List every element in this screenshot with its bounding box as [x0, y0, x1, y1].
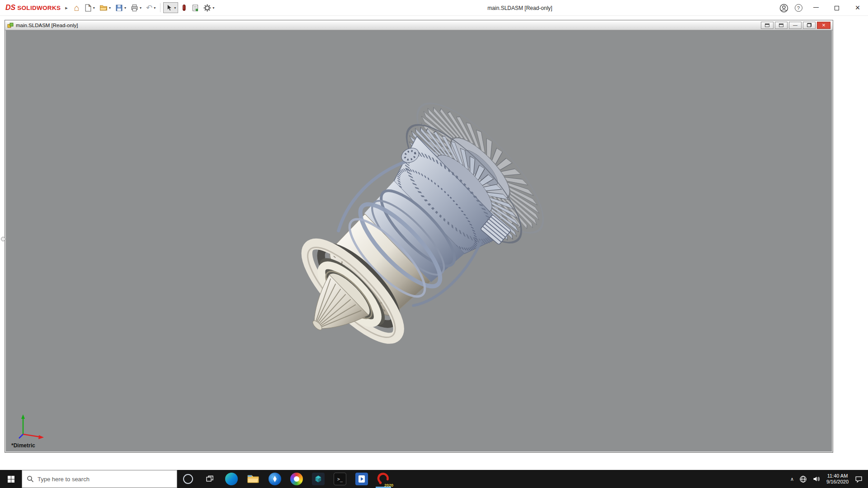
search-input[interactable] — [38, 476, 172, 483]
taskbar-file-explorer-icon[interactable] — [242, 470, 264, 488]
help-icon: ? — [795, 4, 802, 12]
orientation-triad — [16, 413, 48, 441]
system-tray: ∧ 11:40 AM 9/16/2020 — [788, 470, 868, 488]
minimize-button[interactable]: — — [806, 0, 826, 16]
taskbar-terminal-icon[interactable]: >_ — [329, 470, 351, 488]
taskbar: >_ 2020 ∧ — [0, 470, 868, 488]
doc-tile-button[interactable] — [775, 22, 788, 29]
task-view-icon — [206, 475, 214, 483]
save-icon — [115, 4, 123, 12]
help-button[interactable]: ? — [791, 0, 806, 16]
volume-button[interactable] — [810, 470, 823, 488]
taskbar-compass-app-icon[interactable] — [264, 470, 286, 488]
graphics-viewport[interactable]: *Dimetric — [6, 30, 832, 451]
app-window-controls: ? — × — [777, 0, 868, 16]
media-player-icon — [355, 473, 368, 485]
new-document-button[interactable]: ▾ — [82, 1, 97, 14]
save-dropdown-icon[interactable]: ▾ — [124, 6, 126, 10]
doc-minimize-icon: — — [793, 23, 797, 28]
search-icon — [27, 475, 34, 483]
close-button[interactable]: × — [847, 0, 868, 16]
options-dropdown-icon[interactable]: ▾ — [212, 6, 214, 10]
print-dropdown-icon[interactable]: ▾ — [140, 6, 142, 10]
appearance-icon — [181, 4, 187, 12]
network-globe-icon — [799, 475, 807, 483]
workspace: main.SLDASM [Read-only] — × — [0, 16, 868, 470]
undo-button[interactable]: ↶ ▾ — [144, 1, 157, 14]
action-center-button[interactable] — [852, 470, 865, 488]
design-table-button[interactable] — [190, 1, 201, 14]
doc-close-icon: × — [822, 22, 826, 28]
clock-date: 9/16/2020 — [826, 479, 849, 485]
taskbar-clock[interactable]: 11:40 AM 9/16/2020 — [823, 473, 852, 485]
dassault-logo-icon: DS — [5, 4, 15, 12]
file-explorer-icon — [247, 474, 259, 484]
cube-glyph-icon — [314, 474, 323, 483]
home-button[interactable]: ⌂ — [72, 1, 81, 14]
appearance-button[interactable] — [179, 1, 189, 14]
color-wheel-icon — [290, 473, 303, 485]
print-button[interactable]: ▾ — [129, 1, 143, 14]
network-button[interactable] — [797, 470, 810, 488]
chevron-up-icon: ∧ — [790, 476, 794, 482]
main-toolbar: ⌂ ▾ ▾ ▾ — [72, 1, 216, 14]
tile-window-icon — [779, 23, 783, 27]
maximize-button[interactable] — [826, 0, 847, 16]
select-tool-button[interactable]: ▾ — [163, 2, 178, 13]
document-window: main.SLDASM [Read-only] — × — [5, 20, 833, 453]
home-icon: ⌂ — [74, 3, 80, 12]
select-dropdown-icon[interactable]: ▾ — [174, 6, 176, 10]
edge-browser-icon — [225, 473, 238, 485]
cortana-icon — [183, 474, 193, 484]
account-button[interactable] — [777, 0, 791, 16]
document-titlebar[interactable]: main.SLDASM [Read-only] — × — [5, 20, 833, 30]
undo-dropdown-icon[interactable]: ▾ — [154, 6, 156, 10]
jet-engine-model — [6, 30, 832, 451]
taskbar-edge-icon[interactable] — [221, 470, 242, 488]
terminal-icon: >_ — [334, 473, 346, 485]
windows-logo-icon — [7, 475, 15, 483]
menu-expand-arrow-icon[interactable]: ▸ — [65, 5, 68, 11]
app-titlebar: DS SOLIDWORKS ▸ ⌂ ▾ ▾ ▾ — [0, 0, 868, 16]
document-title: main.SLDASM [Read-only] — [16, 23, 78, 28]
undo-icon: ↶ — [146, 4, 152, 12]
document-window-controls: — × — [760, 22, 830, 29]
print-icon — [131, 4, 138, 12]
gear-icon — [203, 4, 211, 12]
action-center-icon — [855, 475, 863, 483]
cascade-window-icon — [765, 23, 769, 27]
taskbar-media-app-icon[interactable] — [351, 470, 373, 488]
maximize-icon — [835, 6, 839, 10]
cortana-button[interactable] — [177, 470, 199, 488]
doc-restore-button[interactable] — [803, 22, 816, 29]
cube-icon — [312, 473, 325, 485]
open-folder-icon — [99, 4, 108, 12]
design-table-icon — [192, 4, 199, 12]
brand-name: SOLIDWORKS — [17, 5, 61, 11]
clock-time: 11:40 AM — [827, 473, 848, 479]
task-view-button[interactable] — [199, 470, 221, 488]
doc-minimize-button[interactable]: — — [789, 22, 802, 29]
save-button[interactable]: ▾ — [113, 1, 128, 14]
speaker-icon — [812, 475, 820, 483]
open-button[interactable]: ▾ — [98, 1, 113, 14]
close-icon: × — [855, 3, 860, 13]
collapsed-panel-tab[interactable] — [1, 237, 5, 241]
assembly-icon — [7, 22, 14, 28]
start-button[interactable] — [0, 470, 22, 488]
view-orientation-label: *Dimetric — [11, 442, 35, 449]
taskbar-colorwheel-app-icon[interactable] — [286, 470, 307, 488]
toolbar-separator — [160, 3, 160, 12]
open-dropdown-icon[interactable]: ▾ — [109, 6, 111, 10]
taskbar-3d-viewer-app-icon[interactable] — [307, 470, 329, 488]
doc-cascade-button[interactable] — [761, 22, 774, 29]
new-dropdown-icon[interactable]: ▾ — [93, 6, 95, 10]
options-button[interactable]: ▾ — [202, 1, 216, 14]
minimize-icon: — — [813, 4, 819, 10]
user-icon — [779, 4, 788, 13]
doc-close-button[interactable]: × — [817, 22, 830, 29]
taskbar-search[interactable] — [22, 470, 177, 488]
tray-expand-button[interactable]: ∧ — [788, 470, 797, 488]
solidworks-logo: DS SOLIDWORKS — [0, 4, 63, 12]
taskbar-solidworks-icon[interactable]: 2020 — [373, 470, 394, 488]
